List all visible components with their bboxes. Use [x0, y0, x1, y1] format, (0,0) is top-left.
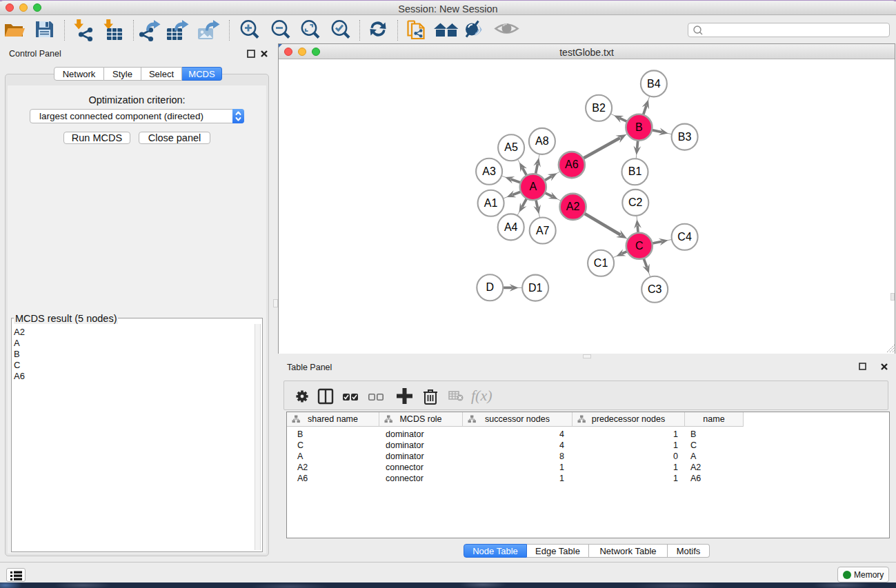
svg-text:D: D	[486, 281, 495, 293]
svg-text:C: C	[635, 240, 644, 252]
svg-text:A3: A3	[482, 165, 496, 177]
svg-text:B1: B1	[628, 165, 642, 177]
svg-text:B4: B4	[647, 78, 661, 90]
svg-text:A5: A5	[504, 141, 518, 153]
svg-text:C3: C3	[648, 283, 662, 295]
svg-text:A2: A2	[566, 201, 580, 212]
svg-text:A8: A8	[535, 135, 549, 147]
svg-text:C1: C1	[594, 257, 608, 269]
svg-text:C4: C4	[677, 231, 692, 243]
svg-text:B3: B3	[678, 131, 692, 143]
svg-text:C2: C2	[628, 196, 643, 208]
svg-text:A4: A4	[504, 221, 518, 233]
svg-text:A: A	[529, 181, 537, 192]
svg-text:D1: D1	[528, 282, 543, 294]
svg-text:A6: A6	[565, 159, 579, 170]
svg-text:A1: A1	[484, 197, 498, 209]
svg-text:B: B	[635, 121, 643, 133]
svg-text:B2: B2	[592, 102, 606, 114]
svg-text:A7: A7	[536, 225, 550, 236]
